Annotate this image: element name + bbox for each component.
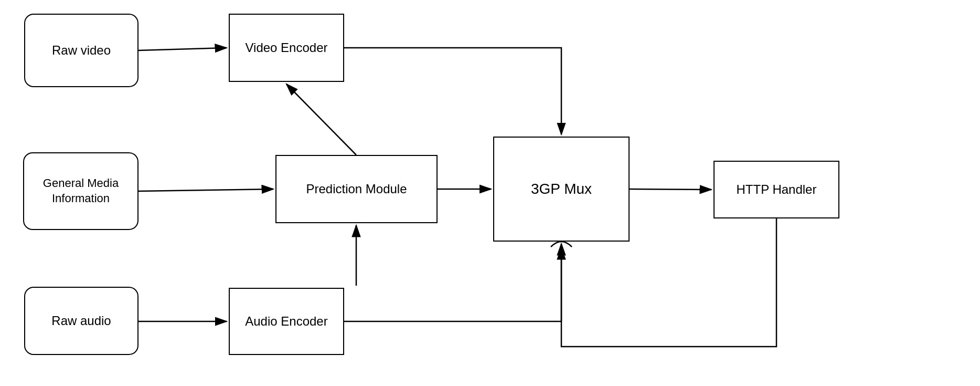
- svg-line-2: [139, 48, 227, 50]
- gp-mux-node: 3GP Mux: [493, 137, 630, 242]
- raw-audio-node: Raw audio: [24, 287, 139, 355]
- prediction-module-node: Prediction Module: [275, 155, 438, 223]
- svg-line-5: [286, 84, 356, 155]
- svg-line-3: [139, 189, 273, 191]
- http-handler-node: HTTP Handler: [713, 161, 839, 218]
- video-encoder-node: Video Encoder: [229, 14, 344, 82]
- audio-encoder-node: Audio Encoder: [229, 288, 344, 355]
- svg-line-7: [630, 189, 711, 190]
- raw-video-node: Raw video: [24, 14, 139, 87]
- general-media-node: General Media Information: [23, 152, 139, 230]
- pipeline-diagram: Raw video General Media Information Raw …: [0, 0, 980, 386]
